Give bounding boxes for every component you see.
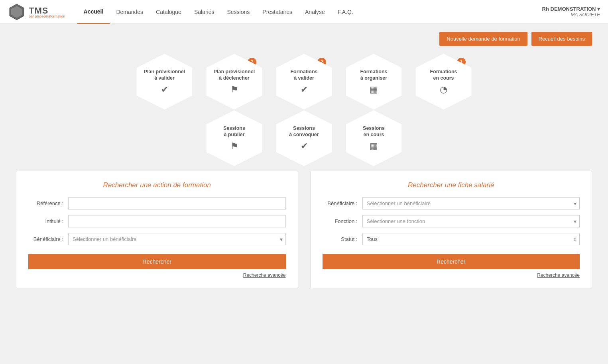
intitule-row: Intitulé : [28, 215, 286, 227]
hex-sessions-cours-label: Sessionsen cours [363, 125, 385, 138]
fonction-row: Fonction : Sélectionner une fonction [323, 215, 580, 227]
hex-sessions-publier-label: Sessionsà publier [223, 125, 245, 138]
collect-needs-button[interactable]: Recueil des besoins [531, 32, 592, 46]
search-salarie-title: Rechercher une fiche salarié [323, 181, 580, 189]
search-section: Rechercher une action de formation Référ… [16, 171, 592, 288]
intitule-label: Intitulé : [28, 218, 68, 224]
statut-select[interactable]: Tous Actif Inactif [362, 233, 580, 245]
check-icon-3: ✔ [301, 141, 308, 151]
search-formation-button[interactable]: Rechercher [28, 254, 286, 269]
hex-sessions-convoquer[interactable]: Sessionsà convoquer ✔ [273, 110, 335, 166]
hex-formations-cours[interactable]: 1 Formationsen cours ◔ [413, 54, 474, 110]
salarie-beneficiaire-select[interactable]: Sélectionner un bénéficiaire [362, 197, 580, 209]
beneficiaire-select-wrapper: Sélectionner un bénéficiaire [68, 233, 286, 245]
check-icon: ✔ [161, 84, 168, 95]
hex-plan-valider-label: Plan prévisionnelà valider [144, 68, 185, 82]
statut-select-wrapper: Tous Actif Inactif [362, 233, 580, 245]
reference-row: Référence : [28, 197, 286, 209]
hex-formations-cours-label: Formationsen cours [430, 68, 457, 82]
nav-sessions[interactable]: Sessions [221, 0, 256, 24]
search-formation-title: Rechercher une action de formation [28, 181, 286, 189]
salarie-beneficiaire-label: Bénéficiaire : [323, 200, 362, 206]
nav-analyse[interactable]: Analyse [299, 0, 331, 24]
nav-links: Accueil Demandes Catalogue Salariés Sess… [77, 0, 542, 24]
nav-faq[interactable]: F.A.Q. [331, 0, 360, 24]
navbar: TMS par placedelaformation Accueil Deman… [0, 0, 608, 24]
nav-salaries[interactable]: Salariés [188, 0, 221, 24]
hex-formations-valider[interactable]: 2 Formationsà valider ✔ [273, 54, 335, 110]
logo-text: TMS [29, 6, 48, 16]
logo-sub: par placedelaformation [29, 14, 65, 18]
reference-input[interactable] [68, 197, 286, 209]
fonction-select[interactable]: Sélectionner une fonction [362, 215, 580, 227]
hex-plan-declencher[interactable]: 2 Plan prévisionnelà déclencher ⚑ [203, 54, 265, 110]
flag-icon-2: ⚑ [230, 141, 238, 151]
user-name: Rh DEMONSTRATION ▾ [542, 6, 600, 12]
fonction-wrapper: Sélectionner une fonction [362, 215, 580, 227]
user-info: Rh DEMONSTRATION ▾ MA SOCIETE [542, 6, 600, 18]
hex-row-1: Plan prévisionnelà valider ✔ 2 Plan prév… [130, 54, 478, 110]
top-actions: Nouvelle demande de formation Recueil de… [16, 32, 592, 46]
advanced-search-formation-link[interactable]: Recherche avancée [28, 272, 286, 278]
hex-sessions-cours[interactable]: Sessionsen cours ▦ [343, 110, 405, 166]
hex-formations-organiser-label: Formationsà organiser [360, 68, 387, 82]
reference-label: Référence : [28, 200, 68, 206]
hex-row-2: Sessionsà publier ⚑ Sessionsà convoquer … [199, 110, 409, 166]
logo[interactable]: TMS par placedelaformation [8, 3, 65, 21]
search-salarie-button[interactable]: Rechercher [323, 254, 580, 269]
company-name: MA SOCIETE [542, 12, 600, 18]
advanced-search-salarie-link[interactable]: Recherche avancée [323, 272, 580, 278]
nav-prestataires[interactable]: Prestataires [256, 0, 299, 24]
search-salarie-card: Rechercher une fiche salarié Bénéficiair… [310, 171, 592, 288]
nav-accueil[interactable]: Accueil [77, 0, 110, 24]
clock-icon: ◔ [440, 84, 447, 95]
calendar-icon-2: ▦ [370, 141, 378, 151]
beneficiaire-label: Bénéficiaire : [28, 236, 68, 242]
calendar-icon: ▦ [370, 84, 378, 95]
beneficiaire-select[interactable]: Sélectionner un bénéficiaire [68, 233, 286, 245]
hex-section: Plan prévisionnelà valider ✔ 2 Plan prév… [16, 54, 592, 159]
intitule-input[interactable] [68, 215, 286, 227]
flag-icon: ⚑ [230, 84, 238, 95]
nav-catalogue[interactable]: Catalogue [150, 0, 188, 24]
beneficiaire-row: Bénéficiaire : Sélectionner un bénéficia… [28, 233, 286, 245]
fonction-label: Fonction : [323, 218, 362, 224]
new-demand-button[interactable]: Nouvelle demande de formation [439, 32, 527, 46]
hex-formations-organiser[interactable]: Formationsà organiser ▦ [343, 54, 405, 110]
hex-sessions-publier[interactable]: Sessionsà publier ⚑ [203, 110, 265, 166]
salarie-beneficiaire-wrapper: Sélectionner un bénéficiaire [362, 197, 580, 209]
main-content: Nouvelle demande de formation Recueil de… [0, 24, 608, 296]
hex-sessions-convoquer-label: Sessionsà convoquer [289, 125, 319, 138]
hex-formations-valider-label: Formationsà valider [290, 68, 317, 82]
statut-row: Statut : Tous Actif Inactif [323, 233, 580, 245]
check-icon-2: ✔ [301, 84, 308, 95]
search-formation-card: Rechercher une action de formation Référ… [16, 171, 298, 288]
nav-demandes[interactable]: Demandes [110, 0, 150, 24]
salarie-beneficiaire-row: Bénéficiaire : Sélectionner un bénéficia… [323, 197, 580, 209]
hex-plan-declencher-label: Plan prévisionnelà déclencher [214, 68, 255, 82]
hex-plan-valider[interactable]: Plan prévisionnelà valider ✔ [134, 54, 195, 110]
logo-icon [8, 3, 26, 21]
statut-label: Statut : [323, 236, 362, 242]
